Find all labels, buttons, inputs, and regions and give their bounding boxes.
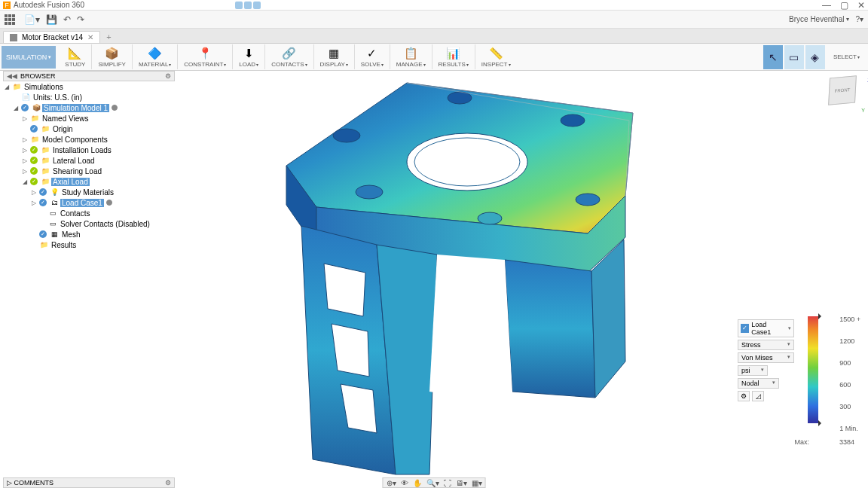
expand-icon[interactable]: ▷ — [21, 168, 29, 175]
ribbon-contacts-button[interactable]: 🔗CONTACTS — [265, 44, 313, 69]
tree-node-simulations[interactable]: ◢📁Simulations — [3, 81, 175, 92]
document-tab[interactable]: Motor Bracket v14 ✕ — [3, 31, 100, 43]
legend-max-handle[interactable] — [818, 313, 824, 319]
color-legend[interactable] — [805, 316, 821, 431]
expand-icon[interactable]: ▷ — [21, 115, 29, 122]
view-cube[interactable]: FRONT YZX — [824, 72, 860, 108]
loadcase-selector[interactable]: ✓ Load Case1 — [738, 319, 794, 337]
tree-node-lateral-load[interactable]: ▷✓📁Lateral Load — [3, 155, 175, 166]
zoom-icon[interactable]: 🔍▾ — [426, 479, 439, 487]
active-toggle[interactable] — [112, 105, 118, 111]
ribbon-load-button[interactable]: ⬇LOAD — [233, 44, 265, 69]
expand-icon[interactable]: ▷ — [21, 136, 29, 143]
results-deform-icon[interactable]: ◿ — [752, 391, 764, 401]
ribbon-simplify-button[interactable]: 📦SIMPLIFY — [92, 44, 132, 69]
fit-icon[interactable]: ⛶ — [444, 479, 451, 487]
tree-node-study-materials[interactable]: ▷✓💡Study Materials — [3, 187, 175, 197]
workspace-selector[interactable]: SIMULATION — [2, 46, 56, 69]
comments-expand-icon[interactable]: ▷ — [7, 479, 12, 486]
tree-node-mesh[interactable]: ✓▦Mesh — [3, 229, 175, 239]
display-icon[interactable]: 🖥▾ — [456, 479, 467, 487]
new-file-icon[interactable]: 📄▾ — [24, 14, 40, 25]
svg-point-5 — [576, 194, 600, 206]
expand-icon[interactable]: ▷ — [30, 189, 38, 196]
user-menu[interactable]: Bryce Heventhal — [789, 15, 849, 23]
undo-icon[interactable]: ↶ — [63, 14, 71, 25]
visibility-toggle[interactable]: ✓ — [30, 125, 38, 133]
maximize-button[interactable]: ▢ — [840, 0, 848, 11]
node-label: Shearing Load — [51, 167, 103, 175]
app-launcher-icon[interactable] — [5, 14, 15, 25]
center-btn-3[interactable] — [253, 2, 261, 9]
select-mouse-button[interactable]: ↖ — [763, 45, 783, 69]
pan-icon[interactable]: ✋ — [413, 479, 422, 487]
ribbon-constraint-button[interactable]: 📍CONSTRAINT — [178, 44, 233, 69]
browser-settings-icon[interactable]: ⚙ — [165, 72, 171, 80]
result-type-selector[interactable]: Stress — [738, 340, 794, 350]
tree-node-axial-load[interactable]: ◢✓📁Axial Load — [3, 176, 175, 187]
select-window-button[interactable]: ▭ — [784, 45, 804, 69]
legend-min-handle[interactable] — [818, 420, 824, 426]
comments-settings-icon[interactable]: ⚙ — [165, 479, 171, 486]
center-btn-1[interactable] — [235, 2, 243, 9]
center-btn-2[interactable] — [244, 2, 252, 9]
active-toggle[interactable] — [106, 200, 112, 206]
tab-close-icon[interactable]: ✕ — [87, 33, 93, 41]
tree-node-simulation-model-1[interactable]: ◢✓📦Simulation Model 1 — [3, 102, 175, 113]
tree-node-shearing-load[interactable]: ▷✓📁Shearing Load — [3, 166, 175, 176]
tree-node-contacts[interactable]: ▭Contacts — [3, 208, 175, 218]
select-dropdown[interactable]: SELECT — [827, 52, 866, 62]
tree-node-model-components[interactable]: ▷📁Model Components — [3, 134, 175, 145]
new-tab-button[interactable]: + — [100, 31, 117, 43]
minimize-button[interactable]: — — [822, 0, 831, 11]
result-averaging-selector[interactable]: Nodal — [738, 378, 779, 389]
browser-collapse-icon[interactable]: ◀◀ — [7, 72, 17, 80]
visibility-toggle[interactable]: ✓ — [39, 188, 47, 196]
ribbon-material-button[interactable]: 🔷MATERIAL — [133, 44, 178, 69]
ribbon-display-button[interactable]: ▦DISPLAY — [314, 44, 355, 69]
save-icon[interactable]: 💾 — [46, 14, 57, 25]
tree-node-installation-loads[interactable]: ▷✓📁Installation Loads — [3, 145, 175, 155]
result-unit-selector[interactable]: psi — [738, 365, 768, 376]
redo-icon[interactable]: ↷ — [77, 14, 84, 25]
expand-icon[interactable]: ▷ — [30, 200, 38, 206]
expand-icon[interactable]: ▷ — [21, 157, 29, 164]
expand-icon[interactable]: ◢ — [12, 105, 20, 111]
node-icon: 📁 — [41, 166, 50, 175]
expand-icon[interactable]: ◢ — [3, 84, 11, 90]
node-icon: ▭ — [48, 209, 57, 218]
visibility-toggle[interactable]: ✓ — [21, 104, 29, 111]
orbit-icon[interactable]: ⊕▾ — [387, 479, 396, 487]
visibility-toggle[interactable]: ✓ — [30, 167, 38, 175]
ribbon-inspect-button[interactable]: 📏INSPECT — [475, 44, 518, 69]
ribbon-study-button[interactable]: 📐STUDY — [59, 44, 92, 69]
expand-icon[interactable]: ▷ — [21, 147, 29, 154]
ribbon-solve-button[interactable]: ✓SOLVE — [355, 44, 390, 69]
tree-node-load-case1[interactable]: ▷✓🗂Load Case1 — [3, 197, 175, 208]
tree-node-solver-contacts-disabled-[interactable]: ▭Solver Contacts (Disabled) — [3, 218, 175, 229]
select-paint-button[interactable]: ◈ — [805, 45, 825, 69]
visibility-toggle[interactable]: ✓ — [39, 230, 47, 238]
look-icon[interactable]: 👁 — [401, 479, 408, 487]
visibility-toggle[interactable]: ✓ — [30, 178, 38, 185]
help-icon[interactable]: ?▾ — [855, 15, 863, 23]
visibility-toggle[interactable]: ✓ — [39, 199, 47, 206]
tree-node-results[interactable]: 📁Results — [3, 239, 175, 250]
visibility-toggle[interactable]: ✓ — [30, 146, 38, 154]
ribbon-manage-button[interactable]: 📋MANAGE — [390, 44, 432, 69]
visibility-toggle[interactable]: ✓ — [30, 157, 38, 164]
ribbon-results-button[interactable]: 📊RESULTS — [432, 44, 475, 69]
tree-node-units-u-s-in-[interactable]: 📄Units: U.S. (in) — [3, 92, 175, 102]
tree-node-origin[interactable]: ✓📁Origin — [3, 124, 175, 134]
result-subtype-selector[interactable]: Von Mises — [738, 352, 794, 363]
results-settings-icon[interactable]: ⚙ — [738, 391, 750, 401]
node-label: Simulations — [23, 83, 65, 91]
comments-panel[interactable]: ▷ COMMENTS ⚙ — [3, 477, 175, 488]
browser-header[interactable]: ◀◀ BROWSER ⚙ — [3, 71, 175, 81]
close-button[interactable]: ✕ — [857, 0, 865, 11]
model-view[interactable] — [256, 75, 648, 482]
node-label: Solver Contacts (Disabled) — [59, 220, 151, 228]
expand-icon[interactable]: ◢ — [21, 178, 29, 185]
grid-icon[interactable]: ▦▾ — [472, 479, 482, 487]
tree-node-named-views[interactable]: ▷📁Named Views — [3, 113, 175, 124]
